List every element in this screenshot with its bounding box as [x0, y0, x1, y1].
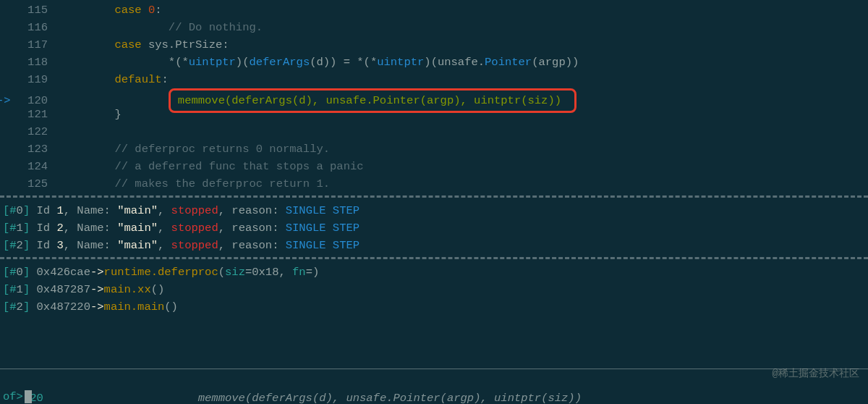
- code-content: // deferproc returns 0 normally.: [61, 140, 868, 158]
- divider-dashed-1: [0, 195, 868, 198]
- current-line-text: memmove(deferArgs(d), unsafe.Pointer(arg…: [198, 392, 582, 404]
- line-number: 124: [0, 158, 61, 175]
- line-number: 115: [0, 1, 61, 19]
- code-line: 118 *(*uintptr)(deferArgs(d)) = *(*uintp…: [0, 54, 868, 71]
- code-line: 121 }: [0, 106, 868, 123]
- code-line: 122: [0, 123, 868, 140]
- line-number: 117: [0, 36, 61, 54]
- code-line: 125 // makes the deferproc return 1.: [0, 175, 868, 193]
- code-line: 116 // Do nothing.: [0, 19, 868, 36]
- status-bar: 20 memmove(deferArgs(d), unsafe.Pointer(…: [0, 369, 868, 404]
- callstack-pane: [#0] 0x426cae->runtime.deferproc(siz=0x1…: [0, 264, 868, 316]
- prompt-label: of>: [3, 388, 23, 404]
- code-line: ->120 memmove(deferArgs(d), unsafe.Point…: [0, 88, 868, 106]
- current-line-num: 20: [30, 392, 43, 404]
- code-content: case sys.PtrSize:: [61, 36, 868, 54]
- line-number: 125: [0, 175, 61, 193]
- current-line-echo: 20 memmove(deferArgs(d), unsafe.Pointer(…: [0, 372, 868, 390]
- line-number: 122: [0, 123, 61, 140]
- line-number: 118: [0, 54, 61, 71]
- code-line: 124 // a deferred func that stops a pani…: [0, 158, 868, 175]
- thread-row[interactable]: [#0] Id 1, Name: "main", stopped, reason…: [0, 202, 868, 219]
- code-line: 119 default:: [0, 71, 868, 88]
- thread-row[interactable]: [#1] Id 2, Name: "main", stopped, reason…: [0, 219, 868, 237]
- code-line: 115 case 0:: [0, 1, 868, 19]
- line-number: ->120: [0, 92, 61, 109]
- bottom-spacer: [43, 392, 198, 404]
- stack-frame[interactable]: [#2] 0x487220->main.main(): [0, 298, 868, 316]
- line-number: 116: [0, 19, 61, 36]
- code-content: default:: [61, 71, 868, 88]
- code-content: *(*uintptr)(deferArgs(d)) = *(*uintptr)(…: [61, 54, 868, 71]
- line-number: 119: [0, 71, 61, 88]
- thread-row[interactable]: [#2] Id 3, Name: "main", stopped, reason…: [0, 237, 868, 254]
- code-content: // a deferred func that stops a panic: [61, 158, 868, 175]
- threads-pane: [#0] Id 1, Name: "main", stopped, reason…: [0, 202, 868, 254]
- cursor: [25, 390, 32, 403]
- line-number: 123: [0, 140, 61, 158]
- code-content: // Do nothing.: [61, 19, 868, 36]
- source-code-pane: 115 case 0:116 // Do nothing.117 case sy…: [0, 0, 868, 193]
- code-content: case 0:: [61, 1, 868, 19]
- current-line-arrow-icon: ->: [0, 92, 11, 109]
- code-content: }: [61, 106, 868, 123]
- code-line: 117 case sys.PtrSize:: [0, 36, 868, 54]
- stack-frame[interactable]: [#1] 0x487287->main.xx(): [0, 281, 868, 298]
- stack-frame[interactable]: [#0] 0x426cae->runtime.deferproc(siz=0x1…: [0, 264, 868, 281]
- code-content: // makes the deferproc return 1.: [61, 175, 868, 193]
- divider-dashed-2: [0, 257, 868, 259]
- watermark: @稀土掘金技术社区: [773, 366, 859, 382]
- code-line: 123 // deferproc returns 0 normally.: [0, 140, 868, 158]
